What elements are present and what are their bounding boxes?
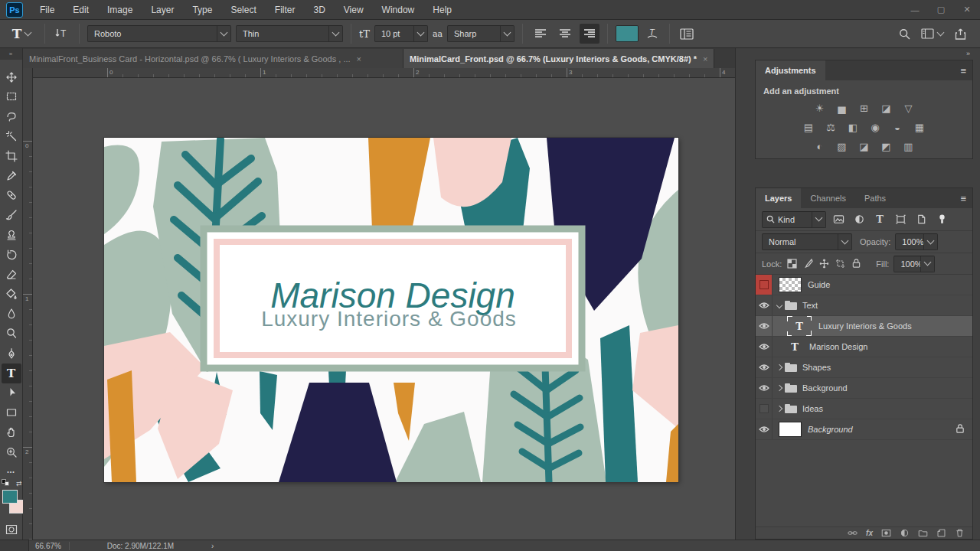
align-right-button[interactable] <box>580 24 599 44</box>
align-center-button[interactable] <box>555 24 575 44</box>
new-group-button[interactable] <box>918 528 928 538</box>
layer-row-background-group[interactable]: Background <box>756 378 972 399</box>
menu-layer[interactable]: Layer <box>142 0 183 20</box>
lock-pixels-icon[interactable] <box>802 258 814 269</box>
panel-menu-icon[interactable]: ≡ <box>960 193 966 204</box>
link-layers-button[interactable] <box>848 528 858 538</box>
exposure-icon[interactable]: ◪ <box>879 102 893 115</box>
filter-pixel-layers-button[interactable] <box>830 212 847 227</box>
rectangle-tool[interactable] <box>2 403 21 422</box>
status-chevron[interactable]: › <box>211 542 220 550</box>
tab-paths[interactable]: Paths <box>855 188 895 208</box>
font-size-select[interactable]: 10 pt <box>374 25 428 42</box>
visibility-toggle[interactable] <box>756 399 773 419</box>
menu-image[interactable]: Image <box>98 0 142 20</box>
color-balance-icon[interactable]: ⚖ <box>824 121 838 134</box>
layer-row-text-group[interactable]: Text <box>756 295 972 316</box>
workspace-switcher[interactable] <box>921 23 943 44</box>
layer-name[interactable]: Ideas <box>802 404 823 413</box>
layer-name[interactable]: Luxury Interiors & Goods <box>818 321 912 331</box>
brightness-contrast-icon[interactable]: ☀ <box>812 102 827 115</box>
channel-mixer-icon[interactable]: ◒ <box>890 121 905 134</box>
layer-name[interactable]: Marison Design <box>809 342 867 351</box>
chevron-right-icon[interactable] <box>776 385 782 391</box>
filter-shape-layers-button[interactable] <box>892 212 909 227</box>
layer-name[interactable]: Shapes <box>802 363 831 372</box>
toggle-panels-button[interactable] <box>678 23 696 44</box>
invert-icon[interactable]: ◐ <box>812 140 827 153</box>
blend-mode-select[interactable]: Normal <box>762 233 852 250</box>
anti-alias-select[interactable]: Sharp <box>447 25 514 42</box>
text-color-swatch[interactable] <box>616 25 639 42</box>
share-button[interactable] <box>951 23 969 44</box>
menu-type[interactable]: Type <box>183 0 221 20</box>
opacity-select[interactable]: 100% <box>895 233 938 250</box>
menu-help[interactable]: Help <box>423 0 461 20</box>
tab-channels[interactable]: Channels <box>801 188 854 208</box>
layer-name[interactable]: Background <box>802 383 848 393</box>
tab-close-icon[interactable]: × <box>357 54 361 64</box>
menu-window[interactable]: Window <box>373 0 424 20</box>
menu-filter[interactable]: Filter <box>266 0 305 20</box>
layer-effects-button[interactable]: fx <box>866 529 873 537</box>
brush-tool[interactable] <box>2 205 21 225</box>
history-brush-tool[interactable] <box>2 245 21 265</box>
menu-file[interactable]: File <box>31 0 64 20</box>
levels-icon[interactable]: ▅ <box>835 102 849 115</box>
filter-adjustment-layers-button[interactable] <box>851 212 867 227</box>
layer-name[interactable]: Text <box>802 301 818 310</box>
layer-row-ideas-group[interactable]: Ideas <box>756 399 972 419</box>
visibility-toggle[interactable] <box>756 337 773 357</box>
filter-smart-objects-button[interactable] <box>913 212 929 227</box>
canvas[interactable]: Marison Design Luxury Interiors & Goods <box>33 78 735 540</box>
quick-mask-button[interactable] <box>2 520 21 540</box>
default-colors-icon[interactable] <box>2 479 9 486</box>
align-left-button[interactable] <box>531 24 550 44</box>
clone-stamp-tool[interactable] <box>2 225 21 245</box>
new-adjustment-layer-button[interactable] <box>900 528 910 538</box>
visibility-toggle[interactable] <box>756 295 773 315</box>
visibility-toggle[interactable] <box>756 316 773 336</box>
text-orientation-button[interactable]: T <box>53 23 71 44</box>
foreground-color-swatch[interactable] <box>2 490 18 504</box>
horizontal-ruler[interactable]: 0 1 2 3 4 <box>23 68 735 78</box>
gradient-tool[interactable] <box>2 285 21 305</box>
black-white-icon[interactable]: ◧ <box>846 121 861 134</box>
search-button[interactable] <box>895 23 913 44</box>
swap-colors-icon[interactable]: ⇄ <box>16 480 22 487</box>
color-lookup-icon[interactable]: ▦ <box>913 121 927 134</box>
selective-color-icon[interactable]: ◩ <box>879 140 893 153</box>
font-family-select[interactable]: Roboto <box>87 25 231 42</box>
type-tool[interactable]: T <box>2 364 21 383</box>
collapse-panels-button[interactable]: » <box>966 50 971 57</box>
new-layer-button[interactable] <box>936 528 946 538</box>
document-tab-2[interactable]: MinimalCard_Front.psd @ 66.7% (Luxury In… <box>403 49 714 68</box>
document-tab-1[interactable]: MinimalFront_Business Card - Horizontal.… <box>23 49 403 68</box>
filter-toggle[interactable] <box>933 212 950 227</box>
lock-transparency-icon[interactable] <box>786 258 798 269</box>
layer-thumbnail[interactable] <box>779 277 802 292</box>
vibrance-icon[interactable]: ▽ <box>901 102 916 115</box>
lasso-tool[interactable] <box>2 106 21 126</box>
dodge-tool[interactable] <box>2 324 21 344</box>
posterize-icon[interactable]: ▨ <box>835 140 849 153</box>
filter-type-layers-button[interactable]: T <box>871 212 888 227</box>
layer-row-guide[interactable]: Guide <box>756 275 972 295</box>
tab-layers[interactable]: Layers <box>756 188 801 208</box>
curves-icon[interactable]: ⊞ <box>857 102 871 115</box>
lock-artboard-icon[interactable] <box>835 258 846 269</box>
eraser-tool[interactable] <box>2 265 21 285</box>
menu-edit[interactable]: Edit <box>64 0 98 20</box>
hand-tool[interactable] <box>2 422 21 442</box>
warp-text-button[interactable]: T <box>643 23 662 44</box>
eyedropper-tool[interactable] <box>2 166 21 186</box>
layer-name[interactable]: Background <box>808 425 853 434</box>
lock-position-icon[interactable] <box>818 258 830 269</box>
visibility-toggle[interactable] <box>756 357 773 377</box>
hue-saturation-icon[interactable]: ▤ <box>802 121 816 134</box>
card-subtitle[interactable]: Luxury Interiors & Goods <box>261 307 517 331</box>
layer-row-shapes-group[interactable]: Shapes <box>756 357 972 378</box>
visibility-toggle[interactable] <box>756 419 773 439</box>
threshold-icon[interactable]: ◪ <box>857 140 871 153</box>
close-button[interactable]: ✕ <box>954 0 980 20</box>
